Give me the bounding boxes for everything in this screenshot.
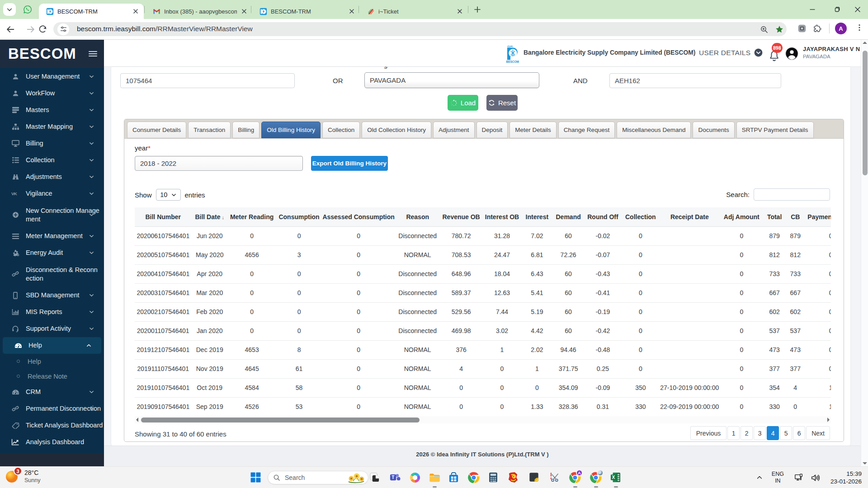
taskbar-snipping-button[interactable] bbox=[549, 472, 561, 483]
sidebar-item-analysis-dashboard[interactable]: Analysis Dashboard bbox=[0, 434, 104, 450]
sidebar-item-billing[interactable]: Billing bbox=[0, 135, 104, 152]
table-row[interactable]: 201912107546401Dec 2019465380NORMAL37612… bbox=[135, 340, 831, 359]
column-header-reason[interactable]: Reason bbox=[395, 207, 440, 226]
subdivision-input[interactable] bbox=[364, 72, 539, 88]
column-header-assessed-consumption[interactable]: Assessed Consumption bbox=[322, 207, 395, 226]
taskbar-chrome-button[interactable] bbox=[468, 472, 480, 483]
sidebar-item-new-connection-management[interactable]: New Connection Management bbox=[0, 202, 104, 228]
pagination-next-button[interactable]: Next bbox=[806, 426, 830, 440]
sidebar-item-mis-reports[interactable]: MIS Reports bbox=[0, 304, 104, 320]
browser-tab[interactable]: i~Ticket bbox=[360, 4, 468, 19]
back-button[interactable] bbox=[5, 24, 15, 34]
column-header-consumption[interactable]: Consumption bbox=[276, 207, 322, 226]
window-maximize-button[interactable] bbox=[833, 5, 841, 14]
hamburger-icon[interactable] bbox=[89, 51, 97, 57]
sidebar-item-collection[interactable]: Collection bbox=[0, 152, 104, 169]
sidebar-item-user-management[interactable]: User Management bbox=[0, 68, 104, 85]
extension-button[interactable] bbox=[797, 23, 807, 33]
column-header-collection[interactable]: Collection bbox=[621, 207, 660, 226]
table-horizontal-scrollbar[interactable] bbox=[135, 416, 831, 423]
tab-search-button[interactable] bbox=[3, 3, 16, 16]
sidebar-item-permanent-disconnection[interactable]: Permanent Disconnection bbox=[0, 400, 104, 417]
detail-tab-old-collection-history[interactable]: Old Collection History bbox=[362, 122, 431, 138]
browser-tab[interactable]: BESCOM-TRM bbox=[252, 4, 360, 19]
column-header-total[interactable]: Total bbox=[764, 207, 785, 226]
start-button[interactable] bbox=[250, 472, 262, 483]
scroll-up-arrow-icon[interactable] bbox=[863, 42, 867, 44]
address-bar[interactable]: bescom.trm.ieasybill.com/RRMasterView/RR… bbox=[53, 22, 787, 36]
tab-close-button[interactable] bbox=[348, 8, 355, 15]
detail-tab-meter-details[interactable]: Meter Details bbox=[509, 122, 557, 138]
window-close-button[interactable] bbox=[854, 5, 862, 14]
detail-tab-change-request[interactable]: Change Request bbox=[558, 122, 615, 138]
sidebar-item-vigilance[interactable]: VKVigilance bbox=[0, 185, 104, 202]
browser-tab[interactable]: BESCOM-TRM bbox=[39, 4, 144, 19]
taskbar-copilot-button[interactable] bbox=[409, 472, 421, 483]
table-row[interactable]: 201910107546401Oct 20194584580NORMAL0003… bbox=[135, 378, 831, 397]
scroll-down-arrow-icon[interactable] bbox=[863, 462, 867, 465]
pagination-page-3[interactable]: 3 bbox=[754, 426, 766, 440]
sidebar-item-meter-management[interactable]: Meter Management bbox=[0, 228, 104, 244]
detail-tab-consumer-details[interactable]: Consumer Details bbox=[127, 122, 186, 138]
sidebar-subitem-help[interactable]: Help bbox=[0, 354, 104, 369]
zoom-button[interactable] bbox=[760, 25, 769, 34]
sidebar-item-masters[interactable]: Masters bbox=[0, 102, 104, 118]
table-row[interactable]: 201909107546401Sep 20194526530NORMAL001.… bbox=[135, 397, 831, 416]
detail-tab-deposit[interactable]: Deposit bbox=[476, 122, 508, 138]
detail-tab-billing[interactable]: Billing bbox=[232, 122, 259, 138]
table-row[interactable]: 202001107546401Jan 2020000Disconnected46… bbox=[135, 321, 831, 340]
table-row[interactable]: 202002107546401Feb 2020000Disconnected52… bbox=[135, 302, 831, 321]
pagination-page-2[interactable]: 2 bbox=[741, 426, 753, 440]
column-header-receipt-date[interactable]: Receipt Date bbox=[660, 207, 719, 226]
taskbar-taskview-button[interactable] bbox=[369, 472, 381, 483]
tab-close-button[interactable] bbox=[132, 8, 139, 15]
column-header-round-off[interactable]: Round Off bbox=[585, 207, 621, 226]
taskbar-chrome-profile-a-button[interactable]: A bbox=[569, 472, 581, 483]
browser-tab[interactable]: Inbox (385) - aaopvgbescom1@ bbox=[146, 4, 252, 19]
sidebar-item-support-activity[interactable]: Support Activity bbox=[0, 320, 104, 337]
notifications-button[interactable]: 898 bbox=[767, 46, 785, 64]
sidebar-item-energy-audit[interactable]: Energy Audit bbox=[0, 244, 104, 261]
taskbar-excel-button[interactable]: X bbox=[610, 472, 622, 483]
table-row[interactable]: 202004107546401Apr 2020000Disconnected64… bbox=[135, 264, 831, 283]
column-header-interest-ob[interactable]: Interest OB bbox=[482, 207, 522, 226]
column-header-bill-date[interactable]: Bill Date↓ bbox=[192, 207, 228, 226]
forward-button[interactable] bbox=[26, 24, 36, 34]
year-range-input[interactable] bbox=[135, 156, 303, 171]
taskbar-chrome-profile-photo-button[interactable] bbox=[590, 472, 602, 483]
sidebar-item-workflow[interactable]: WorkFlow bbox=[0, 85, 104, 102]
sidebar-item-adjustments[interactable]: Adjustments bbox=[0, 169, 104, 185]
network-icon[interactable] bbox=[794, 473, 804, 483]
table-row[interactable]: 202006107546401Jun 2020000Disconnected78… bbox=[135, 226, 831, 245]
column-header-revenue-ob[interactable]: Revenue OB bbox=[440, 207, 482, 226]
reload-button[interactable] bbox=[38, 24, 48, 34]
table-row[interactable]: 201911107546401Nov 20194645610NORMAL4013… bbox=[135, 359, 831, 378]
vertical-scroll-thumb[interactable] bbox=[863, 51, 868, 175]
taskbar-teams-button[interactable]: T bbox=[389, 472, 401, 483]
rr-number-input[interactable] bbox=[120, 73, 295, 88]
sidebar-item-ticket-analysis-dashboard[interactable]: Ticket Analysis Dashboard bbox=[0, 417, 104, 434]
extensions-menu-button[interactable] bbox=[813, 23, 822, 33]
page-vertical-scrollbar[interactable] bbox=[861, 40, 868, 466]
pagination-page-4[interactable]: 4 bbox=[767, 426, 779, 440]
tray-overflow-button[interactable] bbox=[756, 474, 763, 481]
tab-close-button[interactable] bbox=[241, 8, 248, 15]
site-settings-button[interactable] bbox=[57, 23, 69, 35]
browser-menu-button[interactable] bbox=[855, 23, 863, 32]
bookmark-button[interactable] bbox=[775, 25, 784, 34]
column-header-bill-number[interactable]: Bill Number bbox=[135, 207, 192, 226]
taskbar-calculator-button[interactable] bbox=[488, 472, 500, 483]
pagination-page-6[interactable]: 6 bbox=[793, 426, 805, 440]
volume-icon[interactable] bbox=[810, 473, 821, 483]
detail-tab-transaction[interactable]: Transaction bbox=[188, 122, 231, 138]
detail-tab-srtpv-payment-details[interactable]: SRTPV Payment Details bbox=[736, 122, 814, 138]
sidebar-item-master-mapping[interactable]: Master Mapping bbox=[0, 118, 104, 135]
taskbar-store-button[interactable] bbox=[448, 472, 460, 483]
taskbar-kannada-app-button[interactable] bbox=[508, 472, 519, 483]
sidebar-item-disconnection-reconnection[interactable]: Disconnection & Reconnection bbox=[0, 261, 104, 287]
account-id-input[interactable] bbox=[609, 73, 781, 88]
reset-button[interactable]: Reset bbox=[486, 95, 518, 111]
column-header-demand[interactable]: Demand bbox=[552, 207, 585, 226]
column-header-adj-amount[interactable]: Adj Amount bbox=[719, 207, 764, 226]
table-row[interactable]: 202003107546401Mar 2020000Disconnected58… bbox=[135, 283, 831, 302]
